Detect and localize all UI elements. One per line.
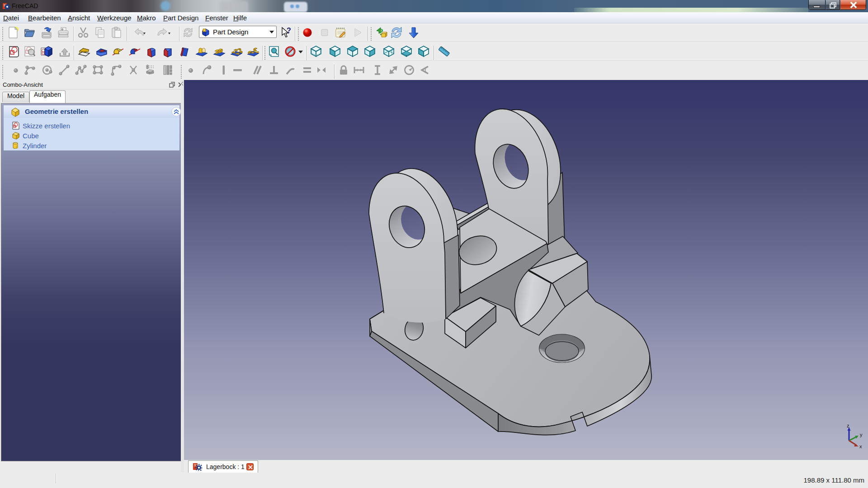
svg-text:y: y <box>860 432 863 437</box>
svg-text:x: x <box>859 444 862 449</box>
svg-text:?: ? <box>287 27 291 34</box>
svg-text:z: z <box>847 424 849 428</box>
